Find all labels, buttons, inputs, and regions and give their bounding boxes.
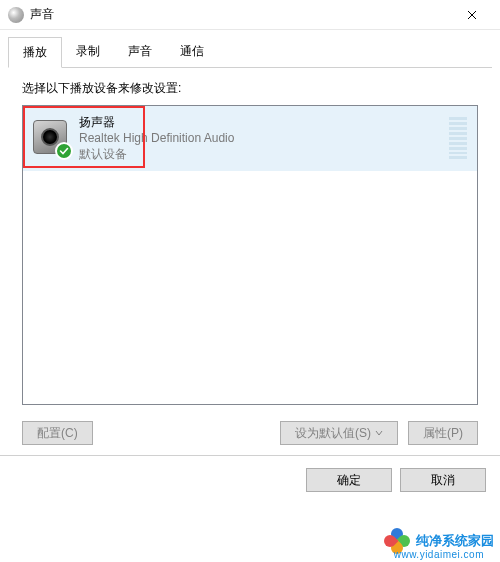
dialog-button-row: 确定 取消	[0, 455, 500, 504]
chevron-down-icon	[375, 429, 383, 437]
dialog-body: 播放 录制 声音 通信 选择以下播放设备来修改设置: 扬声器 Realtek H…	[0, 30, 500, 445]
tab-playback[interactable]: 播放	[8, 37, 62, 68]
ok-button[interactable]: 确定	[306, 468, 392, 492]
instruction-text: 选择以下播放设备来修改设置:	[22, 80, 488, 97]
titlebar: 声音	[0, 0, 500, 30]
default-check-icon	[55, 142, 73, 160]
configure-button[interactable]: 配置(C)	[22, 421, 93, 445]
device-icon-wrap	[33, 120, 69, 156]
device-item-speaker[interactable]: 扬声器 Realtek High Definition Audio 默认设备	[23, 106, 477, 171]
level-meter	[449, 117, 467, 159]
watermark-url: www.yidaimei.com	[394, 549, 484, 560]
tabstrip: 播放 录制 声音 通信	[8, 36, 492, 68]
properties-button[interactable]: 属性(P)	[408, 421, 478, 445]
device-name: 扬声器	[79, 114, 441, 130]
tab-communications[interactable]: 通信	[166, 37, 218, 68]
watermark-text: 纯净系统家园	[416, 532, 494, 550]
device-description: Realtek High Definition Audio	[79, 130, 441, 146]
sound-dialog-icon	[8, 7, 24, 23]
close-button[interactable]	[452, 0, 492, 30]
close-icon	[467, 10, 477, 20]
device-list[interactable]: 扬声器 Realtek High Definition Audio 默认设备	[22, 105, 478, 405]
cancel-button[interactable]: 取消	[400, 468, 486, 492]
device-status: 默认设备	[79, 146, 441, 162]
set-default-button[interactable]: 设为默认值(S)	[280, 421, 398, 445]
window-title: 声音	[30, 6, 452, 23]
device-button-row: 配置(C) 设为默认值(S) 属性(P)	[22, 421, 478, 445]
tab-sounds[interactable]: 声音	[114, 37, 166, 68]
watermark: 纯净系统家园 www.yidaimei.com	[384, 528, 494, 554]
tab-recording[interactable]: 录制	[62, 37, 114, 68]
device-text: 扬声器 Realtek High Definition Audio 默认设备	[79, 114, 441, 163]
set-default-label: 设为默认值(S)	[295, 425, 371, 442]
